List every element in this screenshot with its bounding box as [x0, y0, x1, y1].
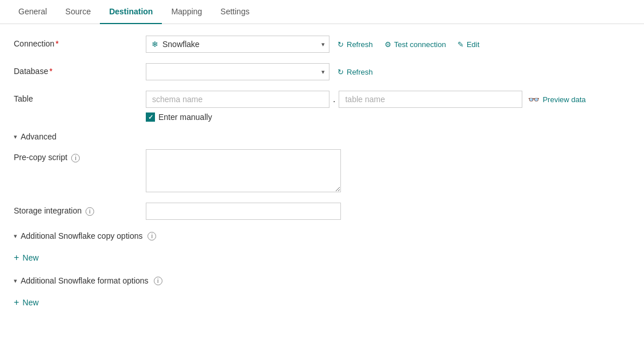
dot-separator: .	[332, 94, 336, 104]
refresh-icon: ↻	[337, 40, 344, 49]
table-row: Table . 👓 Preview data Enter manually	[14, 91, 618, 122]
db-refresh-icon: ↻	[337, 68, 344, 76]
edit-icon: ✎	[457, 40, 464, 49]
tab-source[interactable]: Source	[56, 0, 100, 24]
storage-integration-info-icon[interactable]: i	[86, 207, 94, 216]
database-row: Database* ▾ ↻ Refresh	[14, 63, 618, 80]
format-options-header[interactable]: ▾ Additional Snowflake format options i	[14, 276, 618, 285]
enter-manually-label[interactable]: Enter manually	[158, 112, 212, 122]
pre-copy-script-label: Pre-copy script i	[14, 149, 146, 162]
table-label: Table	[14, 91, 146, 103]
pre-copy-script-textarea[interactable]	[146, 149, 341, 192]
format-options-plus-icon: +	[14, 298, 19, 307]
format-options-section: ▾ Additional Snowflake format options i …	[14, 276, 618, 309]
advanced-section: ▾ Advanced Pre-copy script i Storage int…	[14, 132, 618, 220]
database-select-wrapper: ▾	[146, 63, 329, 80]
connection-select[interactable]: Snowflake	[146, 36, 329, 53]
content-area: Connection* ❄ Snowflake ▾ ↻ Refresh ⚙ Te…	[0, 24, 631, 332]
format-options-new-button[interactable]: + New	[14, 296, 38, 309]
connection-row: Connection* ❄ Snowflake ▾ ↻ Refresh ⚙ Te…	[14, 36, 618, 53]
storage-integration-label: Storage integration i	[14, 203, 146, 216]
copy-options-info-icon[interactable]: i	[148, 232, 156, 240]
copy-options-header[interactable]: ▾ Additional Snowflake copy options i	[14, 231, 618, 240]
pre-copy-script-info-icon[interactable]: i	[71, 154, 80, 162]
copy-options-label: Additional Snowflake copy options	[21, 231, 142, 240]
copy-options-section: ▾ Additional Snowflake copy options i + …	[14, 231, 618, 265]
enter-manually-row: Enter manually	[146, 112, 618, 122]
table-controls: . 👓 Preview data Enter manually	[146, 91, 618, 122]
database-select[interactable]	[146, 63, 329, 80]
format-options-chevron-icon: ▾	[14, 277, 17, 285]
tab-settings[interactable]: Settings	[211, 0, 259, 24]
copy-options-new-button[interactable]: + New	[14, 251, 38, 265]
advanced-section-header[interactable]: ▾ Advanced	[14, 132, 618, 141]
advanced-section-label: Advanced	[21, 132, 56, 141]
storage-integration-row: Storage integration i	[14, 203, 618, 220]
schema-name-input[interactable]	[146, 91, 329, 108]
copy-options-plus-icon: +	[14, 253, 19, 262]
preview-data-button[interactable]: 👓 Preview data	[525, 92, 589, 107]
test-connection-icon: ⚙	[385, 40, 391, 49]
tab-bar: General Source Destination Mapping Setti…	[0, 0, 644, 24]
database-label: Database*	[14, 63, 146, 76]
tab-mapping[interactable]: Mapping	[162, 0, 211, 24]
copy-options-chevron-icon: ▾	[14, 232, 17, 240]
tab-destination[interactable]: Destination	[100, 0, 162, 24]
advanced-chevron-icon: ▾	[14, 133, 17, 141]
connection-select-wrapper: ❄ Snowflake ▾	[146, 36, 329, 53]
storage-integration-input[interactable]	[146, 203, 341, 220]
format-options-info-icon[interactable]: i	[154, 277, 162, 285]
table-name-input[interactable]	[339, 91, 522, 108]
pre-copy-script-controls	[146, 149, 618, 192]
storage-integration-controls	[146, 203, 618, 220]
format-options-label: Additional Snowflake format options	[21, 276, 149, 285]
connection-label: Connection*	[14, 36, 146, 48]
test-connection-button[interactable]: ⚙ Test connection	[381, 38, 449, 51]
database-refresh-button[interactable]: ↻ Refresh	[334, 65, 377, 79]
edit-button[interactable]: ✎ Edit	[454, 38, 483, 51]
enter-manually-checkbox[interactable]	[146, 112, 155, 122]
connection-refresh-button[interactable]: ↻ Refresh	[334, 38, 377, 51]
connection-controls: ❄ Snowflake ▾ ↻ Refresh ⚙ Test connectio…	[146, 36, 618, 53]
pre-copy-script-row: Pre-copy script i	[14, 149, 618, 192]
preview-icon: 👓	[528, 94, 540, 105]
database-controls: ▾ ↻ Refresh	[146, 63, 618, 80]
tab-general[interactable]: General	[9, 0, 56, 24]
